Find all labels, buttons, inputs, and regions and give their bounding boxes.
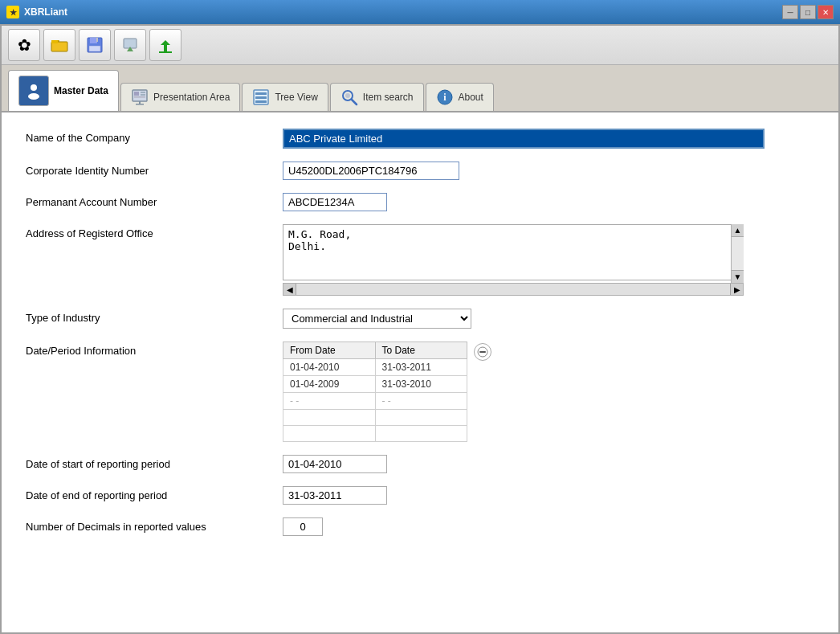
tab-presentation-area[interactable]: Presentation Area [120, 83, 240, 111]
tab-bar: Master Data Presentation Area [2, 65, 838, 112]
date-table-wrapper: From Date To Date 01-04-2010 31-03-2011 … [283, 342, 814, 442]
table-row[interactable]: 01-04-2010 31-03-2011 [283, 359, 467, 376]
corporate-id-control [283, 162, 814, 180]
start-date-row: Date of start of reporting period [26, 455, 814, 473]
svg-rect-15 [134, 92, 139, 96]
title-bar: ★ XBRLiant ─ □ ✕ [0, 0, 840, 24]
company-name-label: Name of the Company [26, 129, 283, 144]
svg-rect-17 [141, 94, 145, 96]
from-date-4 [283, 410, 376, 426]
svg-point-26 [345, 93, 350, 98]
app-title: XBRLiant [24, 6, 67, 18]
restore-button[interactable]: □ [800, 5, 816, 19]
corporate-id-label: Corporate Identity Number [26, 162, 283, 177]
svg-rect-31 [479, 351, 486, 353]
tab-about-label: About [459, 92, 483, 103]
minimize-button[interactable]: ─ [782, 5, 798, 19]
date-period-control: From Date To Date 01-04-2010 31-03-2011 … [283, 342, 814, 442]
svg-rect-11 [159, 51, 172, 53]
table-row[interactable] [283, 410, 467, 426]
tab-item-search[interactable]: Item search [330, 83, 424, 111]
end-date-control [283, 486, 814, 505]
to-date-2: 31-03-2010 [375, 376, 467, 393]
to-date-3: - - [375, 393, 467, 410]
start-date-label: Date of start of reporting period [26, 455, 283, 470]
address-input[interactable]: M.G. Road, Delhi. [283, 224, 744, 280]
from-date-1: 01-04-2010 [283, 359, 376, 376]
date-period-label: Date/Period Information [26, 342, 283, 357]
svg-rect-24 [255, 100, 267, 103]
industry-control: Commercial and Industrial Banks Insuranc… [283, 309, 814, 329]
tab-presentation-area-label: Presentation Area [153, 92, 230, 103]
toolbar: ✿ [2, 26, 838, 65]
export-button[interactable] [149, 29, 181, 61]
svg-rect-10 [164, 45, 167, 51]
window-controls: ─ □ ✕ [782, 5, 834, 19]
from-date-2: 01-04-2009 [283, 376, 376, 393]
decimals-row: Number of Decimals in reported values [26, 517, 814, 536]
start-date-input[interactable] [283, 455, 387, 473]
table-row[interactable]: - - - - [283, 393, 467, 410]
tree-view-icon [252, 88, 270, 106]
svg-rect-22 [255, 92, 267, 95]
decimals-label: Number of Decimals in reported values [26, 517, 283, 533]
industry-label: Type of Industry [26, 309, 283, 324]
svg-rect-16 [141, 92, 145, 93]
from-date-3: - - [283, 393, 376, 410]
tab-tree-view[interactable]: Tree View [242, 83, 328, 111]
industry-select[interactable]: Commercial and Industrial Banks Insuranc… [283, 309, 471, 329]
company-name-row: Name of the Company [26, 129, 814, 149]
to-date-1: 31-03-2011 [375, 359, 467, 376]
table-row[interactable]: 01-04-2009 31-03-2010 [283, 376, 467, 393]
address-wrapper: M.G. Road, Delhi. ▲ ▼ [283, 224, 744, 283]
end-date-row: Date of end of reporting period [26, 486, 814, 505]
end-date-input[interactable] [283, 486, 387, 505]
industry-row: Type of Industry Commercial and Industri… [26, 309, 814, 329]
to-date-5 [375, 426, 467, 442]
tab-item-search-label: Item search [363, 92, 414, 103]
decimals-input[interactable] [283, 517, 323, 536]
open-button[interactable] [43, 29, 75, 61]
col-to-date: To Date [375, 342, 467, 359]
tab-about[interactable]: i About [426, 83, 494, 111]
pan-label: Permanant Account Number [26, 193, 283, 208]
corporate-id-input[interactable] [283, 162, 459, 180]
new-button[interactable]: ✿ [8, 29, 40, 61]
start-date-control [283, 455, 814, 473]
close-button[interactable]: ✕ [818, 5, 834, 19]
corporate-id-row: Corporate Identity Number [26, 162, 814, 180]
content-area: Name of the Company Corporate Identity N… [2, 112, 838, 632]
to-date-4 [375, 410, 467, 426]
main-window: ✿ [0, 24, 840, 634]
address-label: Address of Registerd Office [26, 224, 283, 239]
svg-point-12 [31, 84, 37, 91]
address-h-scrollbar[interactable]: ◀ ▶ [283, 283, 744, 296]
from-date-5 [283, 426, 376, 442]
master-data-icon [18, 76, 49, 106]
table-row[interactable] [283, 426, 467, 442]
svg-line-27 [352, 100, 357, 104]
svg-point-13 [28, 93, 39, 100]
svg-marker-9 [161, 40, 170, 45]
company-name-input[interactable] [283, 129, 765, 149]
tab-master-data[interactable]: Master Data [8, 70, 119, 111]
remove-period-button[interactable] [474, 343, 491, 361]
svg-rect-4 [90, 38, 97, 43]
svg-rect-20 [136, 104, 144, 105]
svg-rect-2 [51, 40, 58, 43]
end-date-label: Date of end of reporting period [26, 486, 283, 501]
pan-control [283, 193, 814, 211]
address-scrollbar[interactable]: ▲ ▼ [731, 224, 744, 283]
pan-input[interactable] [283, 193, 387, 211]
import-button[interactable] [114, 29, 146, 61]
svg-rect-18 [134, 96, 145, 98]
presentation-icon [131, 88, 149, 106]
pan-row: Permanant Account Number [26, 193, 814, 211]
date-period-table: From Date To Date 01-04-2010 31-03-2011 … [283, 342, 467, 442]
item-search-icon [340, 88, 358, 106]
svg-rect-23 [255, 96, 267, 99]
save-button[interactable] [79, 29, 111, 61]
svg-rect-6 [89, 46, 100, 51]
col-from-date: From Date [283, 342, 376, 359]
tab-tree-view-label: Tree View [275, 92, 317, 103]
